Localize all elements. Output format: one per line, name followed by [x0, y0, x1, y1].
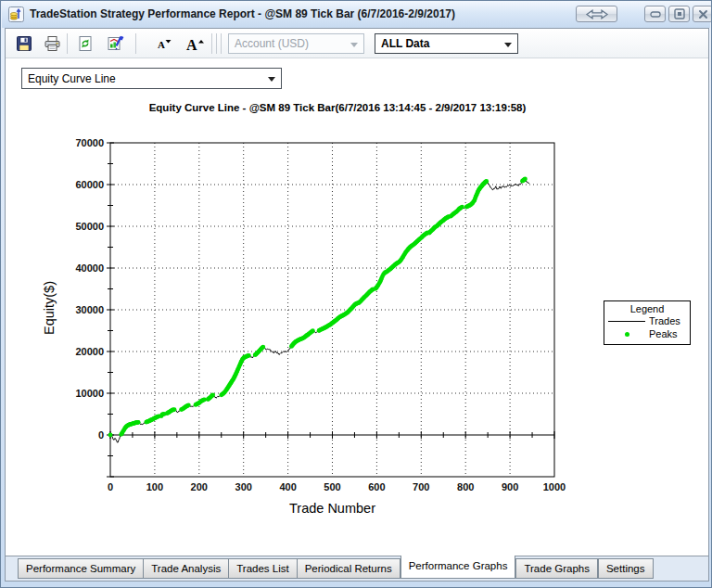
- chart-title: Equity Curve Line - @SM 89 Tick Bar(6/7/…: [64, 102, 611, 113]
- svg-text:A: A: [158, 39, 165, 50]
- tab-settings[interactable]: Settings: [598, 558, 654, 579]
- toolbar-separator: [221, 33, 222, 54]
- increase-font-button[interactable]: A: [184, 33, 206, 54]
- svg-text:A: A: [186, 37, 197, 53]
- report-type-select[interactable]: Equity Curve Line: [21, 68, 282, 89]
- font-decrease-icon: A: [154, 35, 172, 52]
- refresh-icon: [77, 35, 94, 52]
- svg-text:0: 0: [108, 481, 113, 492]
- minimize-button[interactable]: [644, 6, 666, 22]
- svg-text:900: 900: [502, 481, 518, 492]
- svg-text:50000: 50000: [75, 221, 104, 232]
- chart-legend: Legend Trades Peaks: [604, 300, 691, 345]
- legend-label-peaks: Peaks: [649, 328, 678, 339]
- tab-trade-analysis[interactable]: Trade Analysis: [144, 558, 229, 579]
- save-button[interactable]: [13, 33, 35, 54]
- legend-title: Legend: [604, 303, 690, 314]
- svg-text:10000: 10000: [75, 388, 104, 399]
- toolbar-separator: [216, 33, 217, 54]
- print-button[interactable]: [41, 33, 63, 54]
- refresh-report-button[interactable]: [74, 33, 96, 54]
- report-settings-icon: [107, 35, 124, 52]
- toolbar-separator: [135, 33, 136, 54]
- chevron-down-icon: [268, 77, 275, 82]
- account-select-value: Account (USD): [235, 37, 309, 50]
- legend-item-trades: Trades: [604, 314, 690, 327]
- tab-periodical-returns[interactable]: Periodical Returns: [298, 558, 400, 579]
- tab-performance-graphs[interactable]: Performance Graphs: [400, 556, 516, 579]
- peaks-dot-marker: [625, 332, 629, 337]
- data-range-select-value: ALL Data: [381, 37, 429, 50]
- svg-text:20000: 20000: [75, 346, 104, 357]
- client-area: A A Account (USD) ALL Data: [5, 28, 709, 582]
- svg-text:200: 200: [191, 481, 208, 492]
- svg-text:800: 800: [457, 481, 474, 492]
- svg-text:100: 100: [146, 481, 163, 492]
- account-select[interactable]: Account (USD): [228, 33, 364, 54]
- toolbar-separator: [211, 33, 212, 54]
- y-axis-label: Equity($): [42, 243, 57, 373]
- tradestation-report-window: TradeStation Strategy Performance Report…: [0, 0, 712, 588]
- x-axis-label: Trade Number: [110, 501, 554, 516]
- close-button[interactable]: [693, 6, 712, 22]
- window-title: TradeStation Strategy Performance Report…: [30, 7, 455, 20]
- trades-line-marker: [608, 321, 645, 322]
- report-content: 0100200300400500600700800900100001000020…: [6, 59, 708, 557]
- print-icon: [44, 35, 61, 52]
- tab-performance-summary[interactable]: Performance Summary: [18, 558, 144, 579]
- svg-text:60000: 60000: [75, 179, 104, 190]
- toolbar-separator: [67, 33, 68, 54]
- save-icon: [16, 35, 32, 52]
- tab-trades-list[interactable]: Trades List: [229, 558, 297, 579]
- report-type-select-value: Equity Curve Line: [28, 72, 116, 85]
- svg-text:700: 700: [413, 481, 429, 492]
- maximize-button[interactable]: [668, 6, 690, 22]
- chevron-down-icon: [504, 43, 512, 47]
- svg-text:1000: 1000: [543, 481, 566, 492]
- font-increase-icon: A: [184, 35, 206, 53]
- chevron-down-icon: [350, 43, 358, 47]
- svg-text:400: 400: [279, 481, 296, 492]
- app-icon: [8, 6, 24, 22]
- svg-text:70000: 70000: [75, 137, 104, 148]
- decrease-font-button[interactable]: A: [152, 33, 174, 54]
- data-range-select[interactable]: ALL Data: [375, 33, 518, 54]
- svg-text:600: 600: [368, 481, 385, 492]
- svg-text:300: 300: [235, 481, 252, 492]
- tab-trade-graphs[interactable]: Trade Graphs: [515, 558, 598, 579]
- dock-window-button[interactable]: [576, 6, 617, 22]
- toolbar: A A Account (USD) ALL Data: [6, 29, 708, 58]
- svg-text:500: 500: [324, 481, 340, 492]
- legend-item-peaks: Peaks: [604, 327, 690, 340]
- titlebar[interactable]: TradeStation Strategy Performance Report…: [2, 1, 710, 28]
- report-tabstrip: Performance Summary Trade Analysis Trade…: [6, 556, 708, 581]
- svg-text:30000: 30000: [75, 304, 104, 315]
- svg-text:0: 0: [98, 429, 104, 441]
- report-settings-button[interactable]: [104, 33, 126, 54]
- svg-text:40000: 40000: [75, 262, 104, 274]
- legend-label-trades: Trades: [649, 315, 680, 326]
